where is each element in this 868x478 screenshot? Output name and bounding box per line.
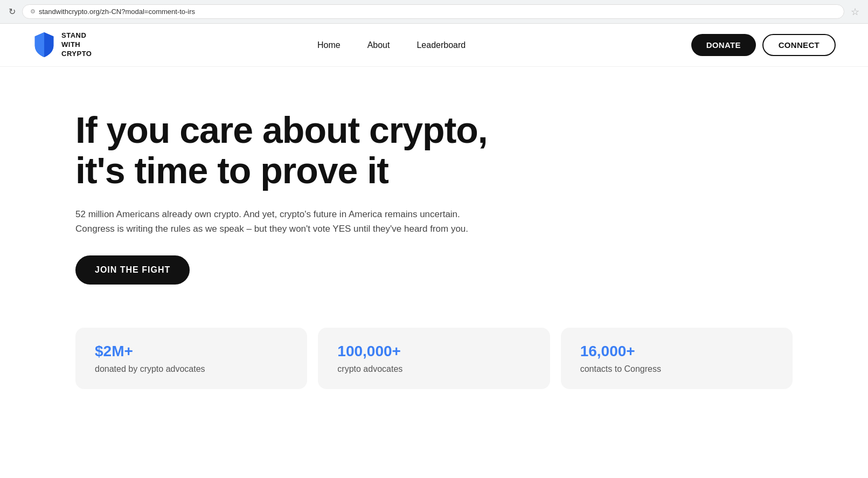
url-text: standwithcrypto.org/zh-CN?modal=comment-… [39, 8, 195, 16]
nav-about[interactable]: About [367, 40, 390, 50]
address-bar[interactable]: ⚙ standwithcrypto.org/zh-CN?modal=commen… [22, 4, 844, 19]
stat-card: $2M+donated by crypto advocates [75, 328, 307, 389]
stat-card: 16,000+contacts to Congress [561, 328, 793, 389]
stat-label: donated by crypto advocates [95, 364, 288, 374]
stat-card: 100,000+crypto advocates [318, 328, 550, 389]
nav-links: Home About Leaderboard [317, 40, 466, 50]
hero-headline: If you care about crypto, it's time to p… [75, 110, 506, 191]
stats-section: $2M+donated by crypto advocates100,000+c… [75, 328, 793, 389]
logo-text: STAND WITH CRYPTO [61, 31, 92, 59]
donate-button[interactable]: DONATE [691, 34, 756, 56]
stat-value: 16,000+ [580, 343, 773, 360]
join-fight-button[interactable]: JOIN THE FIGHT [75, 255, 190, 285]
stat-value: 100,000+ [337, 343, 530, 360]
nav-home[interactable]: Home [317, 40, 341, 50]
refresh-button[interactable]: ↻ [9, 6, 16, 17]
browser-chrome: ↻ ⚙ standwithcrypto.org/zh-CN?modal=comm… [0, 0, 868, 24]
stat-label: contacts to Congress [580, 364, 773, 374]
address-icon: ⚙ [30, 8, 36, 15]
nav-actions: DONATE CONNECT [691, 34, 836, 56]
stat-label: crypto advocates [337, 364, 530, 374]
navbar: STAND WITH CRYPTO Home About Leaderboard… [0, 24, 868, 67]
nav-leaderboard[interactable]: Leaderboard [416, 40, 466, 50]
logo[interactable]: STAND WITH CRYPTO [32, 31, 92, 59]
stat-value: $2M+ [95, 343, 288, 360]
hero-subtext: 52 million Americans already own crypto.… [75, 207, 485, 236]
bookmark-icon[interactable]: ☆ [851, 6, 859, 18]
connect-button[interactable]: CONNECT [762, 34, 836, 56]
logo-icon [32, 31, 56, 58]
main-content: If you care about crypto, it's time to p… [0, 67, 868, 421]
